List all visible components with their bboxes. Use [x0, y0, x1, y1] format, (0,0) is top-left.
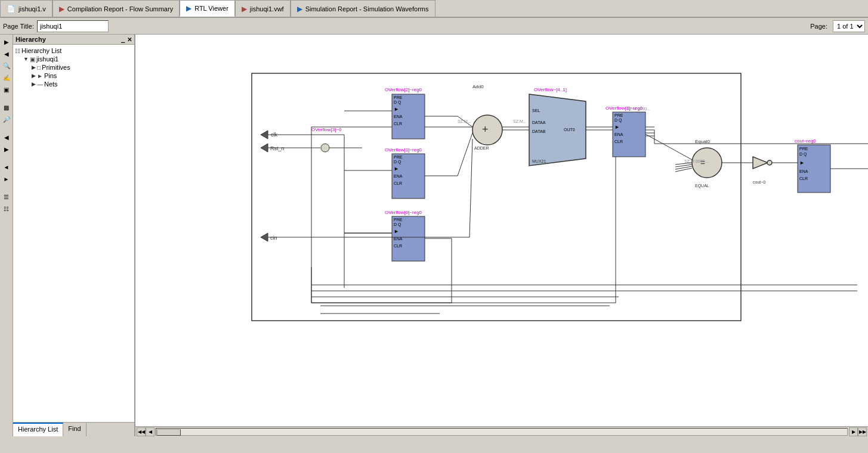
expand-pins-icon[interactable]: ▶ — [32, 73, 36, 79]
svg-text:Add0: Add0 — [472, 84, 484, 89]
expand-primitives-icon[interactable]: ▶ — [32, 64, 36, 70]
hierarchy-button[interactable]: ▩ — [1, 102, 12, 113]
hierarchy-tree: ☷ Hierarchy List ▼ ▣ jishuqi1 ▶ □ Primit… — [13, 45, 134, 422]
scroll-right-button[interactable]: ▶▶ — [858, 427, 867, 436]
svg-text:CLR: CLR — [394, 181, 402, 185]
svg-text:PRE: PRE — [394, 218, 403, 222]
tree-item-pins[interactable]: ▶ ► Pins — [15, 72, 132, 80]
svg-text:D    Q: D Q — [799, 152, 807, 157]
scroll-track[interactable] — [156, 428, 848, 436]
scroll-thumb[interactable] — [157, 429, 181, 436]
search-button[interactable]: 🔎 — [1, 114, 12, 125]
primitives-icon: □ — [37, 64, 41, 71]
tab-vwf-label: jishuqi1.vwf — [250, 5, 284, 13]
svg-text:SZ.M 0000...: SZ.M 0000... — [684, 159, 708, 163]
page-title-label: Page Title: — [3, 23, 34, 30]
tab-file[interactable]: 📄 jishuqi1.v — [0, 0, 52, 17]
tree-item-hierarchy-list[interactable]: ☷ Hierarchy List — [15, 46, 132, 55]
tree-label-nets: Nets — [44, 80, 58, 88]
svg-text:Rst_n: Rst_n — [270, 145, 285, 151]
hand-tool-button[interactable]: ✍ — [1, 72, 12, 83]
svg-text:OVerflow[2]~reg0: OVerflow[2]~reg0 — [385, 87, 422, 92]
tab-bar: 📄 jishuqi1.v ▶ Compilation Report - Flow… — [0, 0, 868, 18]
canvas-scroll[interactable]: clk Rst_n cin OVerflow[3..0] cout — [135, 35, 868, 436]
svg-text:►: ► — [614, 124, 620, 130]
scroll-prev-button[interactable]: ◀ — [146, 427, 155, 436]
module-icon: ▣ — [30, 56, 35, 63]
view-button[interactable]: ▣ — [1, 84, 12, 95]
hier-tab-hierarchy-list[interactable]: Hierarchy List — [13, 423, 63, 436]
tab-compilation[interactable]: ▶ Compilation Report - Flow Summary — [52, 0, 180, 17]
svg-text:OVerflow[3]~0: OVerflow[3]~0 — [311, 127, 342, 132]
back-button[interactable]: ◄ — [1, 162, 12, 172]
svg-line-80 — [645, 134, 692, 160]
page-label: Page: — [810, 23, 827, 30]
svg-text:cout~reg0: cout~reg0 — [795, 138, 816, 144]
hierarchy-close-button[interactable]: ✕ — [127, 36, 132, 43]
hier-tab-find[interactable]: Find — [63, 423, 86, 436]
svg-text:MUX21: MUX21 — [532, 159, 546, 163]
hier-tab-hierarchy-list-label: Hierarchy List — [18, 426, 58, 433]
nav-next-button[interactable]: ▶ — [1, 144, 12, 154]
tree-label-hierarchy-list: Hierarchy List — [21, 47, 61, 54]
tree-item-nets[interactable]: ▶ ⸻ Nets — [15, 80, 132, 88]
svg-text:CLR: CLR — [394, 244, 402, 248]
hierarchy-panel: Hierarchy ⎯ ✕ ☷ Hierarchy List ▼ ▣ jishu… — [13, 35, 135, 436]
svg-text:ENA: ENA — [799, 169, 808, 173]
bottom-scrollbar: ◀◀ ◀ ▶ ▶▶ — [135, 426, 868, 436]
tab-compilation-label: Compilation Report - Flow Summary — [67, 5, 173, 13]
svg-text:EQUAL: EQUAL — [695, 184, 709, 188]
svg-point-69 — [321, 144, 329, 152]
main-layout: ▶ ◀ 🔍 ✍ ▣ ▩ 🔎 ◀ ▶ ◄ ► ☰ ☷ Hierarchy ⎯ ✕ … — [0, 35, 868, 436]
expand-jishuqi1-icon[interactable]: ▼ — [23, 56, 29, 62]
svg-text:D    Q: D Q — [394, 100, 401, 105]
svg-line-75 — [458, 133, 472, 176]
svg-text:DATAB: DATAB — [532, 129, 546, 134]
scroll-next-button[interactable]: ▶ — [849, 427, 858, 436]
rtl-icon: ▶ — [186, 4, 191, 13]
hierarchy-header: Hierarchy ⎯ ✕ — [13, 35, 134, 45]
pins-icon: ► — [37, 73, 43, 79]
tab-file-label: jishuqi1.v — [18, 5, 46, 13]
svg-text:ENA: ENA — [394, 114, 403, 119]
svg-text:PRE: PRE — [394, 155, 403, 159]
svg-text:►: ► — [394, 166, 399, 172]
svg-text:CLR: CLR — [614, 139, 623, 144]
tab-rtl-label: RTL Viewer — [194, 5, 228, 12]
sim-icon: ▶ — [297, 5, 302, 13]
svg-marker-6 — [261, 233, 268, 241]
tab-vwf[interactable]: ▶ jishuqi1.vwf — [235, 0, 291, 17]
hierarchy-title: Hierarchy — [16, 36, 46, 43]
nav-prev-button[interactable]: ◀ — [1, 132, 12, 142]
page-title-input[interactable] — [37, 20, 109, 32]
zoom-tool-button[interactable]: 🔍 — [1, 60, 12, 71]
scroll-left-button[interactable]: ◀◀ — [137, 427, 146, 436]
svg-text:D    Q: D Q — [394, 222, 401, 227]
report-icon: ▶ — [59, 5, 64, 13]
svg-marker-4 — [261, 144, 268, 152]
tab-rtl[interactable]: ▶ RTL Viewer — [180, 0, 235, 17]
group-button[interactable]: ☰ — [1, 191, 12, 202]
left-toolbar: ▶ ◀ 🔍 ✍ ▣ ▩ 🔎 ◀ ▶ ◄ ► ☰ ☷ — [0, 35, 13, 436]
select-tool-button[interactable]: ▶ — [1, 36, 12, 47]
svg-text:DATAA: DATAA — [532, 120, 546, 125]
hierarchy-bottom-tabs: Hierarchy List Find — [13, 422, 134, 436]
svg-text:OVerflow[1]~reg0: OVerflow[1]~reg0 — [385, 147, 422, 153]
tree-item-primitives[interactable]: ▶ □ Primitives — [15, 63, 132, 72]
svg-text:ADDER: ADDER — [474, 146, 489, 150]
forward-button[interactable]: ► — [1, 173, 12, 184]
tree-item-jishuqi1[interactable]: ▼ ▣ jishuqi1 — [15, 55, 132, 63]
tab-simulation[interactable]: ▶ Simulation Report - Simulation Wavefor… — [291, 0, 435, 17]
svg-text:ENA: ENA — [394, 174, 403, 178]
svg-point-54 — [767, 160, 772, 165]
tree-label-jishuqi1: jishuqi1 — [36, 55, 58, 63]
list-button[interactable]: ☷ — [1, 203, 12, 214]
hierarchy-pin-button[interactable]: ⎯ — [121, 36, 125, 43]
waveform-icon: ▶ — [242, 5, 247, 13]
page-select[interactable]: 1 of 1 — [833, 20, 865, 32]
expand-nets-icon[interactable]: ▶ — [32, 81, 36, 87]
pointer-tool-button[interactable]: ◀ — [1, 48, 12, 59]
svg-text:►: ► — [394, 228, 399, 234]
hier-tab-find-label: Find — [68, 425, 81, 432]
canvas-area[interactable]: clk Rst_n cin OVerflow[3..0] cout — [135, 35, 868, 436]
